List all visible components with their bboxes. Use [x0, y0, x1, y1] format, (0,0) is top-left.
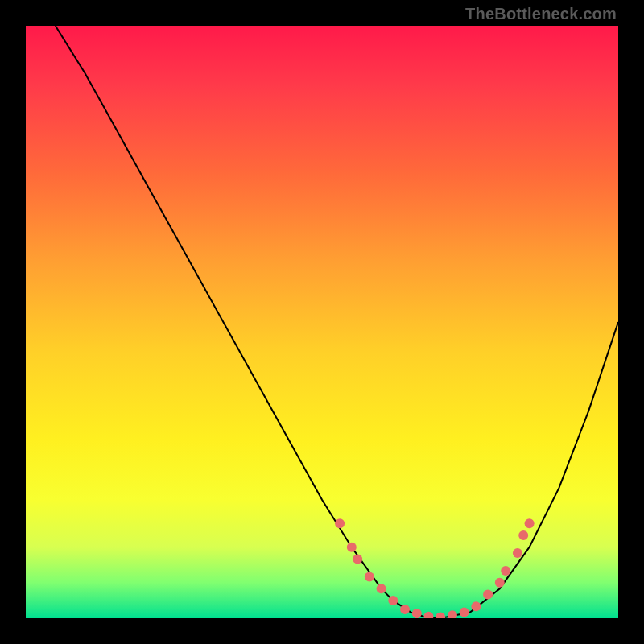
curve-svg — [26, 26, 618, 618]
marker-dot — [518, 530, 528, 540]
marker-dot — [513, 548, 522, 558]
marker-dot — [525, 518, 535, 528]
marker-dot — [460, 608, 469, 617]
bottleneck-curve — [56, 26, 618, 618]
marker-dot — [347, 543, 357, 552]
marker-dot — [495, 578, 505, 588]
marker-dot — [412, 609, 422, 618]
marker-dot — [483, 590, 493, 600]
marker-dot — [335, 518, 345, 528]
marker-dot — [501, 566, 510, 576]
marker-dot — [377, 584, 386, 593]
marker-dot — [353, 554, 362, 564]
watermark-text: TheBottleneck.com — [465, 5, 617, 23]
marker-dot — [471, 601, 481, 611]
marker-dot — [436, 613, 445, 619]
marker-dot — [448, 610, 457, 618]
marker-dots — [335, 518, 534, 618]
marker-dot — [424, 612, 434, 618]
chart-container: TheBottleneck.com — [0, 0, 644, 644]
marker-dot — [388, 596, 398, 605]
marker-dot — [400, 605, 410, 614]
plot-area — [26, 26, 618, 618]
marker-dot — [365, 572, 374, 582]
